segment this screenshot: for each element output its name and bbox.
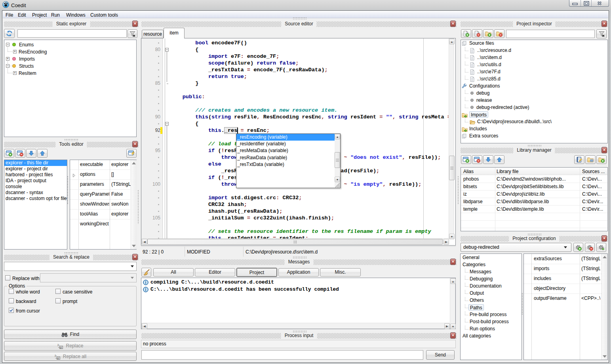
svg-text:b: b bbox=[57, 343, 59, 347]
svg-text:b: b bbox=[55, 354, 57, 358]
svg-text:a: a bbox=[60, 346, 62, 349]
svg-text:a: a bbox=[57, 356, 59, 360]
